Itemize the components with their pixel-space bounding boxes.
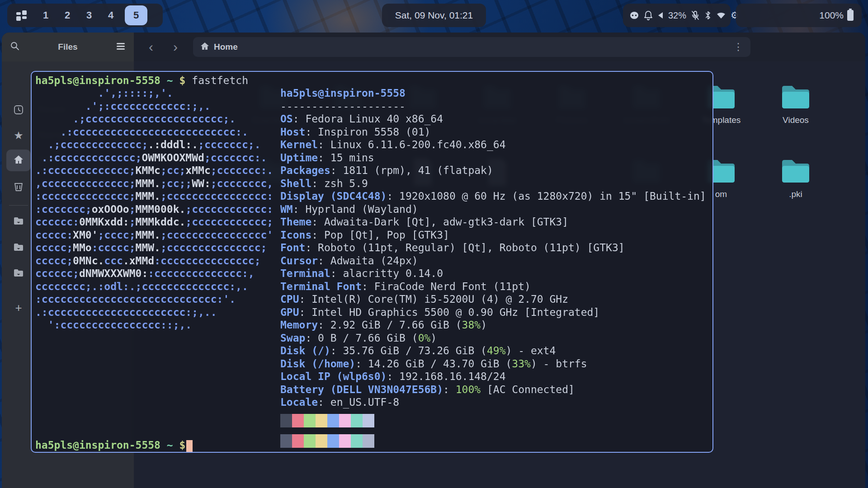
workspace-2[interactable]: 2 — [60, 9, 75, 21]
palette-swatch — [351, 434, 363, 448]
battery-percent: 100% — [819, 10, 844, 21]
sidebar-item-bookmark-2[interactable] — [8, 237, 29, 257]
palette-swatch — [351, 414, 363, 427]
palette-swatch — [363, 414, 374, 427]
palette-swatch — [292, 414, 304, 427]
sidebar-item-starred[interactable]: ★ — [8, 126, 29, 145]
prompt-user: ha5pls@inspiron-5558 — [35, 75, 160, 86]
palette-swatch — [280, 434, 292, 448]
fastfetch-info: ha5pls@inspiron-5558 -------------------… — [280, 87, 706, 409]
files-header-main: ‹ › Home ⋮ ▾ ✕ — [134, 33, 865, 61]
terminal-prompt-line-2: ha5pls@inspiron-5558 ~ $ — [35, 439, 193, 452]
bell-icon[interactable] — [644, 10, 653, 20]
back-button[interactable]: ‹ — [142, 33, 160, 61]
workspace-1[interactable]: 1 — [38, 9, 53, 21]
palette-swatch — [292, 434, 304, 448]
hamburger-menu-icon[interactable] — [116, 42, 126, 52]
terminal-prompt-line: ha5pls@inspiron-5558 ~ $fastfetch — [35, 74, 248, 87]
sidebar-item-trash[interactable] — [8, 177, 29, 197]
folder-item-.pki[interactable]: .pki — [766, 157, 826, 199]
search-icon[interactable] — [10, 41, 20, 53]
sidebar-item-bookmark-1[interactable] — [8, 211, 29, 231]
palette-swatch — [316, 414, 327, 427]
sidebar-item-home[interactable] — [8, 150, 29, 169]
palette-swatch — [339, 434, 351, 448]
sidebar-divider — [9, 205, 28, 206]
palette-swatch — [327, 434, 339, 448]
forward-button[interactable]: › — [166, 33, 184, 61]
terminal-command: fastfetch — [192, 75, 248, 86]
files-header-sidebar-section: Files — [2, 33, 134, 61]
home-icon — [200, 42, 209, 53]
palette-swatch — [304, 414, 316, 427]
speaker-icon[interactable] — [657, 11, 664, 19]
files-window: Files ‹ › Home ⋮ — [2, 33, 865, 488]
item-label: .pki — [766, 189, 826, 199]
terminal-cursor — [186, 440, 193, 452]
terminal-window[interactable]: ha5pls@inspiron-5558 ~ $fastfetch .',;::… — [31, 71, 713, 453]
location-label: Home — [214, 42, 238, 52]
app-title: Files — [20, 42, 116, 52]
sidebar-item-bookmark-3[interactable] — [8, 263, 29, 283]
path-bar[interactable]: Home ⋮ — [193, 37, 750, 57]
kebab-menu-icon[interactable]: ⋮ — [733, 41, 743, 53]
workspace-4[interactable]: 4 — [103, 9, 118, 21]
palette-swatch — [280, 414, 292, 427]
palette-swatch — [363, 434, 374, 448]
bluetooth-icon[interactable] — [704, 10, 712, 20]
folder-item-Videos[interactable]: Videos — [766, 83, 826, 125]
workspace-3[interactable]: 3 — [81, 9, 97, 21]
volume-percent: 32% — [668, 10, 686, 21]
workspace-5[interactable]: 5 — [125, 5, 147, 25]
discord-icon[interactable] — [629, 10, 639, 20]
palette-swatch — [316, 434, 327, 448]
wifi-icon[interactable] — [716, 11, 726, 19]
app-launcher-icon[interactable] — [16, 10, 27, 21]
terminal-color-palette — [280, 414, 374, 454]
battery-icon — [847, 10, 854, 21]
palette-swatch — [304, 434, 316, 448]
desktop: 12345 Sat, 09 Nov, 01:21 32% ⚙ 100% — [0, 0, 868, 488]
fastfetch-ascii-logo: .',;::::;,'. .';:cccccccccccc:;,. .;cccc… — [35, 87, 273, 332]
topbar-battery-module[interactable]: 100% — [736, 4, 862, 27]
palette-swatch — [327, 414, 339, 427]
topbar-clock[interactable]: Sat, 09 Nov, 01:21 — [382, 4, 486, 27]
clock-text: Sat, 09 Nov, 01:21 — [395, 10, 473, 21]
mic-muted-icon[interactable] — [691, 10, 700, 20]
sidebar-add-bookmark-button[interactable]: + — [8, 298, 29, 318]
topbar-workspaces-module: 12345 — [7, 4, 163, 27]
files-header: Files ‹ › Home ⋮ — [2, 33, 865, 61]
sidebar-item-recent[interactable] — [8, 100, 29, 120]
item-label: Videos — [766, 115, 826, 125]
palette-swatch — [339, 414, 351, 427]
topbar-tray-module: 32% ⚙ — [623, 4, 731, 27]
